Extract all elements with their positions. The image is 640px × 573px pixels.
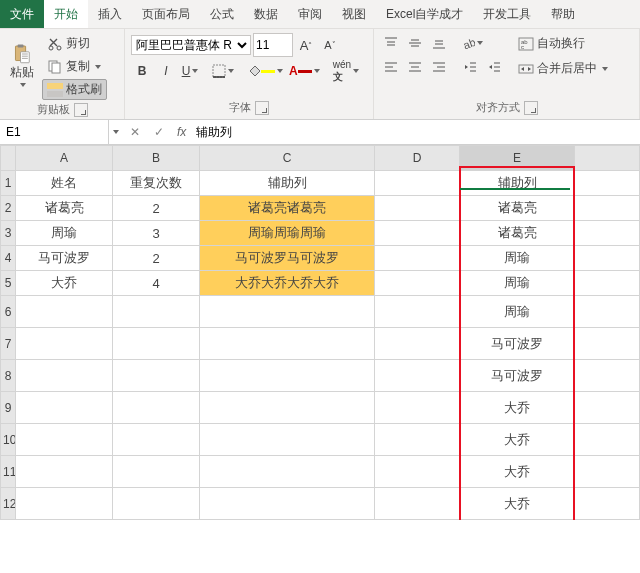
cell[interactable]: 辅助列 xyxy=(200,171,375,196)
cell[interactable]: 重复次数 xyxy=(113,171,200,196)
cell[interactable] xyxy=(375,360,460,392)
cell[interactable]: 周瑜 xyxy=(460,246,575,271)
tab-review[interactable]: 审阅 xyxy=(288,0,332,28)
cell[interactable] xyxy=(16,488,113,520)
row-header[interactable]: 6 xyxy=(1,296,16,328)
merge-center-button[interactable]: 合并后居中 xyxy=(513,58,613,79)
align-top-button[interactable] xyxy=(380,33,402,53)
cell[interactable]: 大乔 xyxy=(16,271,113,296)
cell[interactable] xyxy=(375,271,460,296)
increase-font-button[interactable]: A˄ xyxy=(295,35,317,55)
cell[interactable] xyxy=(575,171,640,196)
tab-excel-learn[interactable]: Excel自学成才 xyxy=(376,0,473,28)
cell[interactable]: 大乔 xyxy=(460,456,575,488)
cell[interactable]: 大乔 xyxy=(460,424,575,456)
cell[interactable] xyxy=(200,488,375,520)
cell[interactable] xyxy=(575,328,640,360)
row-header[interactable]: 3 xyxy=(1,221,16,246)
select-all-corner[interactable] xyxy=(1,146,16,171)
dialog-launcher-icon[interactable] xyxy=(524,101,538,115)
row-header[interactable]: 12 xyxy=(1,488,16,520)
paste-button[interactable]: 粘贴 xyxy=(6,33,38,100)
align-center-button[interactable] xyxy=(404,57,426,77)
underline-button[interactable]: U xyxy=(179,61,201,81)
cell[interactable] xyxy=(575,196,640,221)
cell[interactable] xyxy=(575,488,640,520)
cell[interactable] xyxy=(16,296,113,328)
format-painter-button[interactable]: 格式刷 xyxy=(42,79,107,100)
cell[interactable] xyxy=(375,246,460,271)
col-header-E[interactable]: E xyxy=(460,146,575,171)
cell[interactable] xyxy=(375,328,460,360)
cell[interactable] xyxy=(113,456,200,488)
cell[interactable] xyxy=(575,392,640,424)
cell[interactable] xyxy=(200,424,375,456)
cell[interactable] xyxy=(113,392,200,424)
cell[interactable]: 大乔 xyxy=(460,392,575,424)
cell[interactable] xyxy=(200,296,375,328)
font-size-input[interactable] xyxy=(253,33,293,57)
row-header[interactable]: 11 xyxy=(1,456,16,488)
cell[interactable]: 马可波罗 xyxy=(16,246,113,271)
cell[interactable] xyxy=(16,456,113,488)
bold-button[interactable]: B xyxy=(131,61,153,81)
cell[interactable] xyxy=(113,296,200,328)
cancel-formula-button[interactable]: ✕ xyxy=(123,120,147,144)
orientation-button[interactable]: ab xyxy=(459,33,485,53)
enter-formula-button[interactable]: ✓ xyxy=(147,120,171,144)
tab-view[interactable]: 视图 xyxy=(332,0,376,28)
cell[interactable]: 马可波罗马可波罗 xyxy=(200,246,375,271)
cell[interactable] xyxy=(200,456,375,488)
decrease-indent-button[interactable] xyxy=(459,57,481,77)
wrap-text-button[interactable]: abc 自动换行 xyxy=(513,33,613,54)
font-name-select[interactable]: 阿里巴巴普惠体 R xyxy=(131,35,251,55)
cell[interactable] xyxy=(575,360,640,392)
cell[interactable] xyxy=(375,296,460,328)
align-right-button[interactable] xyxy=(428,57,450,77)
cell[interactable]: 马可波罗 xyxy=(460,360,575,392)
cell[interactable]: 马可波罗 xyxy=(460,328,575,360)
tab-developer[interactable]: 开发工具 xyxy=(473,0,541,28)
fill-color-button[interactable] xyxy=(245,61,285,81)
row-header[interactable]: 10 xyxy=(1,424,16,456)
row-header[interactable]: 4 xyxy=(1,246,16,271)
cut-button[interactable]: 剪切 xyxy=(42,33,107,54)
cell[interactable]: 诸葛亮诸葛亮 xyxy=(200,196,375,221)
col-header-F[interactable] xyxy=(575,146,640,171)
cell[interactable]: 周瑜 xyxy=(460,271,575,296)
phonetic-button[interactable]: wén文 xyxy=(331,61,361,81)
cell[interactable] xyxy=(575,424,640,456)
cell[interactable] xyxy=(16,392,113,424)
cell[interactable] xyxy=(375,424,460,456)
tab-formulas[interactable]: 公式 xyxy=(200,0,244,28)
cell[interactable] xyxy=(375,456,460,488)
copy-button[interactable]: 复制 xyxy=(42,56,107,77)
font-color-button[interactable]: A xyxy=(287,61,322,81)
cell[interactable]: 诸葛亮 xyxy=(460,221,575,246)
cell[interactable]: 大乔大乔大乔大乔 xyxy=(200,271,375,296)
cell[interactable] xyxy=(200,328,375,360)
cell[interactable] xyxy=(16,328,113,360)
decrease-font-button[interactable]: A˅ xyxy=(319,35,341,55)
col-header-B[interactable]: B xyxy=(113,146,200,171)
cell[interactable] xyxy=(575,221,640,246)
cell[interactable] xyxy=(375,221,460,246)
cell[interactable] xyxy=(16,424,113,456)
align-left-button[interactable] xyxy=(380,57,402,77)
col-header-A[interactable]: A xyxy=(16,146,113,171)
tab-insert[interactable]: 插入 xyxy=(88,0,132,28)
cell[interactable] xyxy=(375,171,460,196)
cell[interactable] xyxy=(575,246,640,271)
align-bottom-button[interactable] xyxy=(428,33,450,53)
cell[interactable] xyxy=(575,296,640,328)
cell[interactable] xyxy=(375,488,460,520)
row-header[interactable]: 1 xyxy=(1,171,16,196)
formula-input[interactable] xyxy=(192,120,640,144)
cell[interactable] xyxy=(575,456,640,488)
border-button[interactable] xyxy=(210,61,236,81)
cell[interactable]: 诸葛亮 xyxy=(16,196,113,221)
cell[interactable]: 4 xyxy=(113,271,200,296)
row-header[interactable]: 7 xyxy=(1,328,16,360)
cell[interactable]: 诸葛亮 xyxy=(460,196,575,221)
tab-home[interactable]: 开始 xyxy=(44,0,88,28)
